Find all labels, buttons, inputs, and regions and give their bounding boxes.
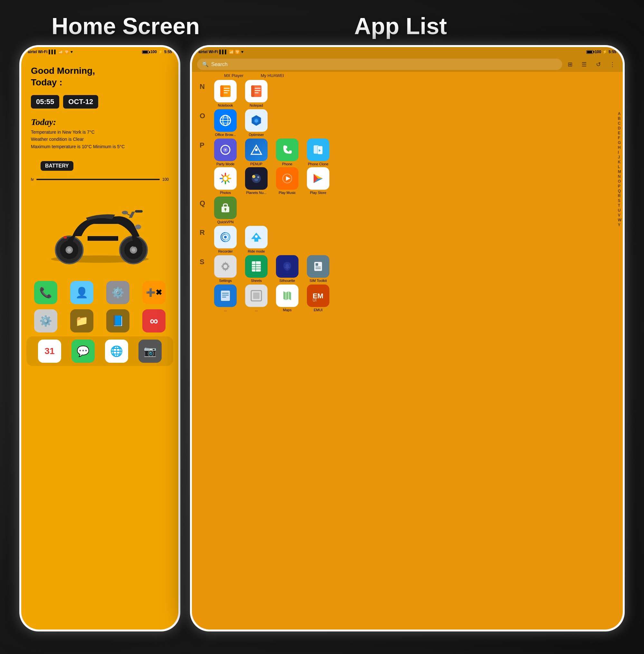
section-q-apps: QuickVPN	[212, 197, 238, 224]
app-sheets[interactable]: Sheets	[244, 255, 269, 283]
app-optimiser[interactable]: Optimiser	[244, 109, 269, 137]
search-icon: 🔍	[202, 61, 209, 67]
alpha-sidebar[interactable]: A B C D E F G H I J K L M N O P Q R S T …	[618, 111, 621, 227]
alpha-k[interactable]: K	[618, 160, 621, 164]
alpha-d[interactable]: D	[618, 126, 621, 131]
alpha-y[interactable]: Y	[618, 223, 621, 227]
scooter-illustration	[21, 185, 178, 275]
app-phone[interactable]: Phone	[274, 138, 300, 166]
section-letter-r: R	[200, 226, 212, 237]
ridemode-icon	[245, 226, 268, 248]
home-status-left: airtel Wi-Fi ▌▌▌ 📶 🛜 ♥	[28, 50, 73, 54]
playmusic-label: Play Music	[278, 191, 296, 195]
search-bar[interactable]: 🔍 Search	[197, 59, 562, 70]
app-simtoolkit[interactable]: SIM Toolkit	[305, 255, 331, 283]
alpha-t[interactable]: T	[618, 203, 621, 208]
bolt-icon: ⚡	[158, 50, 163, 54]
section-letter-p: P	[200, 138, 212, 150]
home-app-phone[interactable]: 📞	[34, 281, 57, 304]
bottom1-icon	[214, 285, 237, 307]
svg-point-37	[224, 177, 227, 180]
alpha-w[interactable]: W	[618, 218, 621, 222]
grid-view-icon[interactable]: ⊞	[565, 59, 575, 70]
home-messages[interactable]: 💬	[71, 340, 95, 363]
vpn-icon-r: ♥	[241, 50, 244, 54]
scooter-svg	[39, 195, 161, 266]
carrier-text: airtel Wi-Fi	[28, 50, 47, 54]
app-phoneclone[interactable]: Phone Clone	[305, 138, 331, 166]
app-emui[interactable]: EMUI EMUI	[305, 285, 331, 312]
phone-icon: 📞	[34, 281, 57, 304]
alpha-h[interactable]: H	[618, 145, 621, 150]
chrome-icon: 🌐	[105, 340, 128, 363]
alpha-p[interactable]: P	[618, 184, 621, 188]
alpha-u[interactable]: U	[618, 208, 621, 212]
app-playstore[interactable]: Play Store	[305, 167, 331, 195]
alpha-n[interactable]: N	[618, 174, 621, 179]
alpha-r[interactable]: R	[618, 194, 621, 198]
home-chrome[interactable]: 🌐	[105, 340, 128, 363]
home-app-settings[interactable]: ⚙️	[106, 281, 130, 304]
alpha-j[interactable]: J	[618, 155, 621, 159]
alpha-v[interactable]: V	[618, 213, 621, 218]
home-calendar[interactable]: 31	[38, 340, 61, 363]
home-status-bar: airtel Wi-Fi ▌▌▌ 📶 🛜 ♥ 100 ⚡ 5:55	[21, 47, 178, 55]
app-partymode[interactable]: Party Mode	[212, 138, 238, 166]
home-app-files[interactable]: 📁	[70, 309, 93, 333]
home-camera[interactable]: 📷	[138, 340, 162, 363]
home-app-infinity[interactable]: ∞	[142, 309, 165, 333]
carrier-text-r: airtel Wi-Fi	[198, 50, 218, 54]
wifi-icon: ▌▌▌	[49, 50, 57, 54]
refresh-icon[interactable]: ↺	[593, 59, 603, 70]
alpha-a[interactable]: A	[618, 111, 621, 116]
app-recorder[interactable]: Recorder	[212, 226, 238, 253]
battery-lv: lv	[31, 177, 34, 182]
app-settings-s[interactable]: Settings	[212, 255, 238, 283]
bottom-partial-row: ... ... Maps	[212, 285, 331, 312]
app-ridemode[interactable]: Ride mode	[244, 226, 269, 253]
app-penup[interactable]: PENUP	[244, 138, 269, 166]
good-morning: Good Morning,	[31, 66, 95, 76]
alpha-b[interactable]: B	[618, 116, 621, 121]
planets-icon	[245, 167, 268, 190]
bolt-icon-r: ⚡	[602, 50, 607, 54]
app-bottom2[interactable]: ...	[244, 285, 269, 312]
prior-item-myhuawei: My HUAWEI	[253, 73, 292, 78]
app-bottom1[interactable]: ...	[212, 285, 238, 312]
app-list-scroll: N Notebook Notepad	[192, 78, 623, 629]
alpha-e[interactable]: E	[618, 131, 621, 135]
battery-indicator	[142, 50, 149, 54]
vpn-icon: ♥	[70, 50, 73, 54]
app-quickvpn[interactable]: QuickVPN	[212, 197, 238, 224]
more-icon[interactable]: ⋮	[607, 59, 618, 70]
list-view-icon[interactable]: ☰	[579, 59, 589, 70]
alpha-g[interactable]: G	[618, 140, 621, 145]
home-app-row-2: ⚙️ 📁 📘 ∞	[21, 307, 178, 335]
home-app-settings2[interactable]: ⚙️	[34, 309, 57, 333]
app-silhouette[interactable]: Silhouette	[274, 255, 300, 283]
svg-text:UI: UI	[313, 298, 317, 302]
app-planets[interactable]: Planets Nu...	[244, 167, 269, 195]
app-notebook[interactable]: Notebook	[212, 80, 238, 107]
alpha-m[interactable]: M	[618, 170, 621, 174]
home-app-calculator[interactable]: ➕✖	[142, 281, 165, 304]
alpha-s[interactable]: S	[618, 199, 621, 203]
alpha-o[interactable]: O	[618, 179, 621, 184]
settings-s-label: Settings	[219, 279, 232, 283]
app-maps[interactable]: Maps	[274, 285, 300, 312]
home-app-contacts[interactable]: 👤	[70, 281, 93, 304]
alpha-c[interactable]: C	[618, 121, 621, 126]
home-app-row-1: 📞 👤 ⚙️ ➕✖	[21, 278, 178, 307]
alpha-l[interactable]: L	[618, 165, 621, 169]
alpha-q[interactable]: Q	[618, 189, 621, 193]
app-officebrow[interactable]: Office Brow...	[212, 109, 238, 137]
app-photos[interactable]: Photos	[212, 167, 238, 195]
app-playmusic[interactable]: Play Music	[274, 167, 300, 195]
applist-status-bar: airtel Wi-Fi ▌▌▌ 📶 🛜 ♥ 100 ⚡ 5:55	[192, 47, 623, 55]
alpha-i[interactable]: I	[618, 150, 621, 155]
alpha-f[interactable]: F	[618, 136, 621, 140]
app-notepad[interactable]: Notepad	[244, 80, 269, 107]
home-phone-frame: airtel Wi-Fi ▌▌▌ 📶 🛜 ♥ 100 ⚡ 5:55 Good M…	[19, 45, 180, 631]
home-app-facebook[interactable]: 📘	[106, 309, 130, 333]
calendar-icon: 31	[38, 340, 61, 363]
